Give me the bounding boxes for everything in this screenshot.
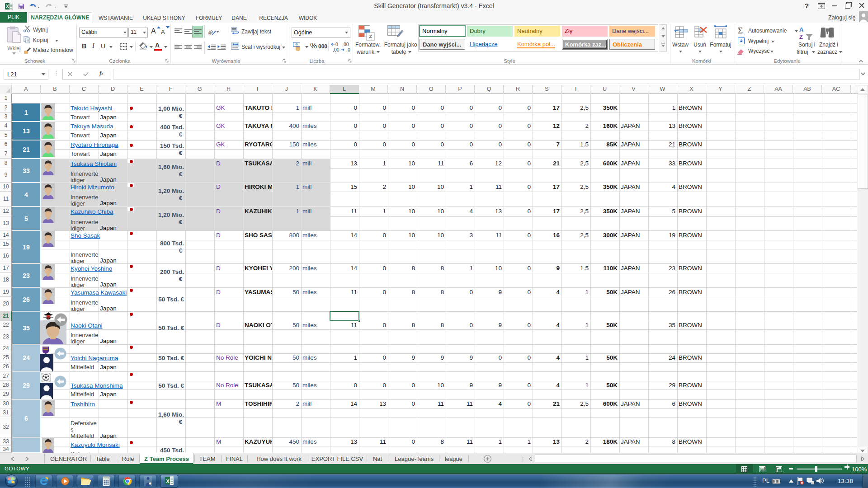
svg-text:ab: ab bbox=[208, 28, 214, 36]
svg-text:≠: ≠ bbox=[369, 33, 372, 40]
svg-text:X: X bbox=[166, 479, 170, 484]
svg-text:A: A bbox=[799, 26, 804, 33]
svg-text:Z: Z bbox=[799, 33, 803, 40]
